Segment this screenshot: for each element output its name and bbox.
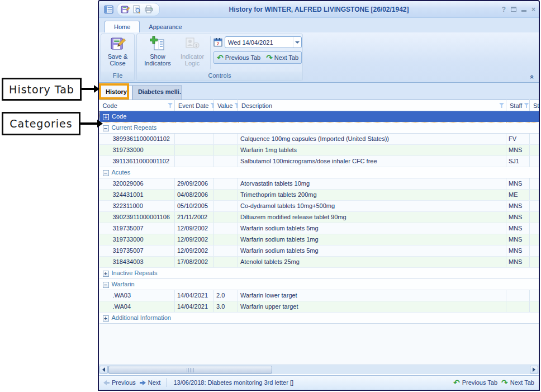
expand-icon[interactable]: + <box>103 114 109 120</box>
table-row[interactable]: 31973500712/09/2002Warfarin sodium table… <box>99 245 539 257</box>
collapse-icon[interactable]: − <box>103 125 109 131</box>
arrow-right-icon <box>140 380 146 385</box>
table-row[interactable]: 32443100104/08/2006Trimethoprim tablets … <box>99 190 539 201</box>
filter-icon[interactable] <box>168 103 173 108</box>
group-row[interactable]: +Additional Information <box>99 313 539 324</box>
ribbon-group-controls-label: Controls <box>137 72 302 81</box>
cell-st <box>530 301 539 313</box>
cell-date: 12/09/2002 <box>175 245 214 257</box>
document-tab-strip: History Diabetes melli... <box>99 83 539 100</box>
scroll-left-button[interactable] <box>99 366 108 374</box>
previous-tab-button[interactable]: ↶ Previous Tab <box>214 52 263 63</box>
next-tab-button[interactable]: ↷ Next Tab <box>263 52 301 63</box>
cell-staff <box>506 301 530 313</box>
help-button[interactable]: ? <box>502 6 506 13</box>
collapse-ribbon-button[interactable]: « <box>530 73 534 81</box>
tab-history[interactable]: History <box>100 85 132 100</box>
cell-staff: MNS <box>506 245 530 257</box>
print-button[interactable] <box>144 4 154 15</box>
table-row[interactable]: 31843400317/08/2002Atenolol tablets 25mg… <box>99 257 539 268</box>
group-row[interactable]: −Warfarin <box>99 279 539 290</box>
cell-staff: MNS <box>506 234 530 245</box>
triangle-right-icon <box>533 367 535 372</box>
scrollbar-thumb[interactable] <box>108 366 272 374</box>
expand-icon[interactable]: + <box>103 315 109 322</box>
calendar-icon: 7 <box>213 37 223 47</box>
horizontal-scrollbar[interactable] <box>99 365 539 374</box>
indicator-logic-icon <box>184 36 200 51</box>
table-row[interactable]: .WA0414/04/20213.0Warfarin upper target <box>99 301 539 313</box>
next-record-button[interactable]: Next <box>140 379 161 386</box>
expand-icon[interactable]: + <box>103 271 109 277</box>
curved-arrow-right-icon: ↷ <box>266 54 273 62</box>
cell-code: 318434003 <box>99 257 175 268</box>
table-row[interactable]: 319733000Warfarin 1mg tabletsMNS <box>99 145 539 156</box>
table-row[interactable]: 3902391100000110621/11/2002Diltiazem mod… <box>99 212 539 223</box>
table-row[interactable]: 31973500712/09/2002Warfarin sodium table… <box>99 223 539 234</box>
column-header-staff[interactable]: Staff <box>506 100 530 111</box>
chevron-down-icon <box>295 41 300 44</box>
group-label: Acutes <box>112 169 131 176</box>
indicator-logic-button[interactable]: Indicator Logic <box>175 34 210 67</box>
print-preview-button[interactable] <box>132 4 142 15</box>
table-row[interactable]: .WA0314/04/20212.0Warfarin lower target <box>99 290 539 301</box>
cell-value <box>214 134 238 145</box>
minimize-button[interactable] <box>521 10 526 12</box>
cell-code: 319735007 <box>99 223 175 234</box>
column-label: Description <box>241 102 272 109</box>
filter-icon[interactable] <box>234 103 238 108</box>
cell-value <box>214 223 238 234</box>
tab-diabetes[interactable]: Diabetes melli... <box>132 85 182 100</box>
cell-st <box>530 145 539 156</box>
group-row[interactable]: −Acutes <box>99 167 539 178</box>
close-button[interactable]: × <box>531 6 535 13</box>
app-menu-button[interactable] <box>102 4 115 15</box>
show-indicators-label-1: Show <box>150 53 165 60</box>
annotation-arrow-categories <box>80 122 97 125</box>
table-row[interactable]: 32002900629/09/2006Atorvastatin tablets … <box>99 178 539 190</box>
save-and-close-label-1: Save & <box>108 53 127 60</box>
group-row[interactable]: −Current Repeats <box>99 122 539 134</box>
column-header-event-date[interactable]: Event Date <box>175 100 214 111</box>
status-previous-tab-label: Previous Tab <box>462 379 497 386</box>
column-header-value[interactable]: Value <box>214 100 238 111</box>
group-row[interactable]: +Inactive Repeats <box>99 268 539 279</box>
restore-button[interactable] <box>511 7 516 12</box>
column-label: Staff <box>510 102 522 109</box>
column-header-description[interactable]: Description <box>238 100 506 111</box>
filter-icon[interactable] <box>210 103 213 108</box>
column-header-status[interactable]: St... <box>530 100 539 111</box>
cell-code: 38993611000001102 <box>99 134 175 145</box>
ribbon-tab-appearance[interactable]: Appearance <box>140 21 191 32</box>
status-next-tab-button[interactable]: ↷ Next Tab <box>501 379 534 386</box>
scroll-right-button[interactable] <box>530 366 538 374</box>
save-button[interactable] <box>120 4 130 15</box>
cell-st <box>530 223 539 234</box>
collapse-icon[interactable]: − <box>103 170 109 176</box>
cell-code: 322311000 <box>99 201 175 212</box>
filter-icon[interactable] <box>499 103 504 108</box>
status-previous-tab-button[interactable]: ↶ Previous Tab <box>453 379 497 386</box>
ribbon-tab-home[interactable]: Home <box>105 21 140 32</box>
cell-st <box>530 134 539 145</box>
date-picker-dropdown[interactable] <box>293 37 301 48</box>
filter-icon[interactable] <box>524 103 529 108</box>
previous-record-button[interactable]: Previous <box>103 379 136 386</box>
column-header-code[interactable]: Code <box>99 100 175 111</box>
cell-date: 14/04/2021 <box>175 301 214 313</box>
date-picker[interactable]: Wed 14/04/2021 <box>225 36 302 48</box>
group-row-selected[interactable]: +Code <box>99 111 539 122</box>
show-indicators-button[interactable]: Show Indicators <box>140 34 175 67</box>
scrollbar-grip <box>187 368 194 372</box>
cell-staff: MNS <box>506 178 530 190</box>
table-row[interactable]: 31973300012/09/2002Warfarin sodium table… <box>99 234 539 245</box>
save-and-close-button[interactable]: Save & Close <box>101 34 134 67</box>
cell-date: 14/04/2021 <box>175 290 214 301</box>
cell-staff: SJ1 <box>506 156 530 167</box>
collapse-icon[interactable]: − <box>103 282 109 288</box>
table-row[interactable]: 32231100005/10/2005Co-dydramol tablets 1… <box>99 201 539 212</box>
cell-date <box>175 134 214 145</box>
table-row[interactable]: 38993611000001102Calquence 100mg capsule… <box>99 134 539 145</box>
divider <box>167 378 167 387</box>
table-row[interactable]: 39113611000001102Salbutamol 100microgram… <box>99 156 539 167</box>
